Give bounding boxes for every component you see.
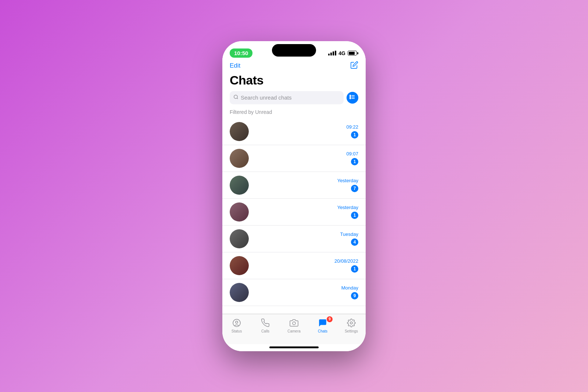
tab-settings[interactable]: Settings: [338, 318, 364, 333]
chat-meta: Yesterday 1: [337, 205, 358, 219]
tab-chats[interactable]: 9 Chats: [310, 318, 336, 333]
unread-badge: 1: [351, 158, 358, 165]
chat-info: [253, 286, 337, 299]
avatar: [230, 256, 249, 275]
calls-tab-icon: [260, 318, 270, 328]
signal-bar-2: [330, 53, 332, 55]
chat-info: [253, 205, 333, 219]
page-title: Chats: [230, 73, 358, 87]
svg-point-9: [293, 322, 295, 325]
tab-camera[interactable]: Camera: [281, 318, 307, 333]
signal-bars: [328, 51, 336, 55]
search-bar[interactable]: Search unread chats: [230, 91, 344, 104]
chat-preview: [253, 186, 333, 192]
chat-info: [253, 125, 342, 138]
avatar-image: [230, 229, 249, 248]
chat-time: Monday: [341, 285, 358, 291]
chat-info: [253, 179, 333, 192]
filter-text: Filtered by Unread: [230, 109, 272, 115]
signal-bar-3: [333, 51, 334, 55]
compose-icon[interactable]: [350, 61, 358, 71]
status-right: 4G: [328, 50, 358, 56]
header: Edit Chats: [222, 61, 366, 91]
filter-icon: [349, 94, 355, 101]
chat-preview: [253, 213, 333, 219]
avatar-image: [230, 202, 249, 222]
avatar-image: [230, 256, 249, 275]
svg-point-6: [350, 98, 351, 99]
avatar: [230, 283, 249, 302]
chat-info: [253, 232, 336, 245]
unread-badge: 1: [351, 265, 358, 273]
chats-tab-label: Chats: [318, 329, 327, 333]
signal-4g-label: 4G: [338, 50, 345, 56]
settings-tab-icon: [346, 318, 356, 328]
chat-meta: 09:22 1: [346, 124, 358, 139]
chat-item[interactable]: Yesterday 7: [222, 172, 366, 199]
svg-point-7: [233, 319, 240, 327]
signal-bar-4: [335, 51, 336, 55]
battery-icon: [348, 51, 358, 55]
chat-item[interactable]: 20/08/2022 1: [222, 252, 366, 279]
battery-tip: [357, 52, 358, 54]
tab-status[interactable]: Status: [224, 318, 250, 333]
camera-tab-label: Camera: [287, 329, 301, 333]
chat-meta: 09:07 1: [346, 151, 358, 165]
chat-item[interactable]: Yesterday 1: [222, 199, 366, 226]
signal-bar-1: [328, 54, 330, 55]
phone-screen: 10:50 4G: [222, 41, 366, 351]
battery-body: [348, 51, 357, 55]
chat-meta: Monday 9: [341, 285, 358, 299]
chat-time: 09:22: [346, 124, 358, 130]
chat-time: Yesterday: [337, 205, 358, 210]
svg-point-10: [350, 322, 352, 324]
avatar-image: [230, 149, 249, 168]
status-time: 10:50: [230, 48, 252, 58]
chat-name: [253, 259, 330, 266]
dynamic-island: [272, 44, 316, 57]
tab-bar: Status Calls: [222, 314, 366, 344]
filter-button[interactable]: [347, 92, 358, 104]
status-tab-label: Status: [232, 329, 242, 333]
search-icon: [233, 94, 239, 101]
calls-tab-label: Calls: [261, 329, 269, 333]
battery-fill: [349, 52, 355, 55]
chat-meta: 20/08/2022 1: [334, 258, 358, 273]
chat-item[interactable]: Monday 9: [222, 279, 366, 306]
chat-time: Yesterday: [337, 178, 358, 183]
content-area: Edit Chats: [222, 61, 366, 351]
search-placeholder: Search unread chats: [241, 94, 291, 101]
chat-item[interactable]: Tuesday 4: [222, 226, 366, 252]
svg-point-0: [234, 95, 237, 98]
chat-item[interactable]: 09:22 1: [222, 118, 366, 145]
status-tab-icon: [232, 318, 242, 328]
edit-button[interactable]: Edit: [230, 62, 240, 69]
unread-badge: 7: [351, 185, 358, 192]
avatar: [230, 202, 249, 222]
filter-label: Filtered by Unread: [222, 108, 366, 118]
avatar: [230, 176, 249, 195]
chat-time: Tuesday: [340, 231, 358, 237]
chat-time: 09:07: [346, 151, 358, 157]
settings-tab-label: Settings: [345, 329, 358, 333]
phone-device: 10:50 4G: [222, 41, 366, 351]
tab-calls[interactable]: Calls: [252, 318, 278, 333]
chat-name: [253, 286, 337, 292]
chat-name: [253, 179, 333, 185]
chat-info: [253, 259, 330, 272]
chat-list: 09:22 1 09:07 1: [222, 118, 366, 314]
unread-badge: 1: [351, 131, 358, 139]
chat-meta: Tuesday 4: [340, 231, 358, 246]
avatar: [230, 149, 249, 168]
chat-preview: [253, 266, 330, 272]
search-container: Search unread chats: [222, 91, 366, 108]
chat-preview: [253, 159, 342, 165]
unread-badge: 9: [351, 292, 358, 299]
status-bar: 10:50 4G: [222, 41, 366, 61]
home-indicator: [269, 346, 319, 348]
svg-point-5: [350, 97, 351, 98]
avatar-image: [230, 283, 249, 302]
avatar: [230, 229, 249, 248]
chat-item[interactable]: 09:07 1: [222, 145, 366, 172]
chat-name: [253, 152, 342, 158]
